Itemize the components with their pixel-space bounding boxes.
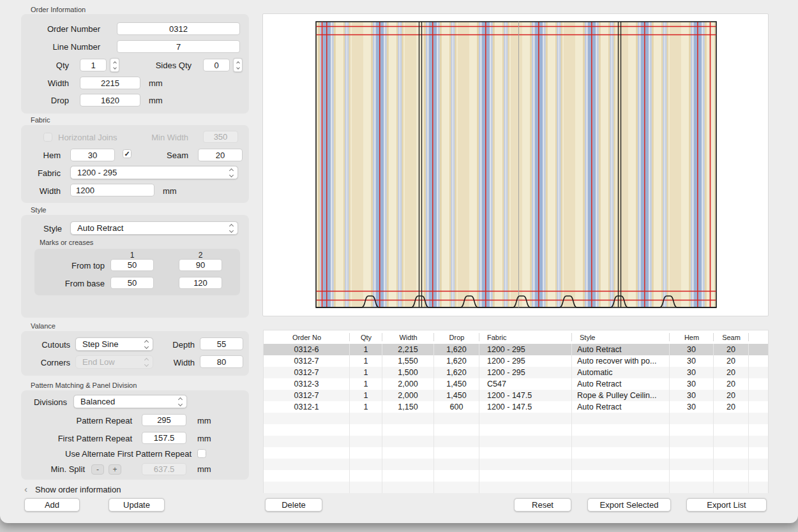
fabric-select-value: 1200 - 295 (71, 168, 226, 177)
first-pattern-repeat-unit: mm (197, 434, 211, 444)
hem-checkbox[interactable]: ✓ (123, 149, 132, 158)
table-cell (749, 424, 768, 436)
depth-field[interactable] (200, 337, 243, 350)
table-row[interactable]: 0312-711,5501,6201200 - 295Auto recover … (264, 355, 768, 367)
table-row[interactable] (264, 436, 768, 447)
table-cell: 1,620 (434, 344, 479, 355)
order-number-field[interactable] (117, 22, 240, 35)
table-cell: 2,215 (382, 344, 434, 355)
style-select[interactable]: Auto Retract (70, 221, 238, 235)
table-cell (572, 482, 670, 493)
table-row[interactable] (264, 424, 768, 436)
delete-button[interactable]: Delete (265, 498, 322, 512)
column-header[interactable]: Order No (264, 330, 350, 344)
column-header[interactable]: Seam (714, 330, 749, 344)
table-cell (714, 470, 749, 482)
table-cell (479, 424, 572, 436)
export-selected-button[interactable]: Export Selected (587, 498, 671, 512)
table-row[interactable] (264, 413, 768, 424)
fabric-label: Fabric (26, 168, 61, 179)
line-number-field[interactable] (117, 40, 240, 53)
width-field[interactable] (80, 77, 140, 89)
column-header[interactable]: Fabric (479, 330, 572, 344)
table-cell (749, 401, 768, 413)
table-row[interactable] (264, 482, 768, 493)
table-cell: 1200 - 295 (479, 367, 572, 378)
table-cell (350, 424, 382, 436)
table-cell: 30 (670, 401, 714, 413)
from-top-2-field[interactable] (179, 259, 222, 271)
table-row[interactable] (264, 470, 768, 482)
fabric-preview (315, 21, 717, 309)
table-cell: 1,450 (434, 390, 479, 401)
qty-field[interactable] (80, 59, 107, 71)
table-cell (572, 470, 670, 482)
first-pattern-repeat-field[interactable] (142, 432, 186, 444)
table-row[interactable]: 0312-312,0001,450C547Auto Retract3020 (264, 378, 768, 390)
min-split-unit: mm (197, 464, 211, 475)
table-row[interactable]: 0312-712,0001,4501200 - 147.5Rope & Pull… (264, 390, 768, 401)
table-cell (350, 459, 382, 470)
column-header[interactable]: Width (382, 330, 434, 344)
from-top-1-field[interactable] (110, 259, 154, 271)
column-header[interactable]: Drop (434, 330, 479, 344)
corners-select-value: End Low (76, 357, 141, 367)
chevron-up-icon (236, 61, 240, 65)
seam-field[interactable] (198, 149, 243, 161)
table-cell: 1,620 (434, 355, 479, 367)
sides-qty-stepper[interactable] (233, 58, 243, 72)
table-cell: 1200 - 147.5 (479, 401, 572, 413)
from-base-label: From base (40, 279, 105, 289)
min-split-decrement-button[interactable]: - (91, 464, 104, 475)
column-header[interactable] (749, 330, 768, 344)
show-order-information-link[interactable]: ‹Show order information (24, 484, 121, 494)
table-cell: 20 (714, 390, 749, 401)
table-row[interactable]: 0312-711,5001,6201200 - 295Automatic3020 (264, 367, 768, 378)
qty-stepper[interactable] (110, 58, 119, 72)
table-cell: 0312-6 (264, 344, 350, 355)
column-header[interactable]: Hem (670, 330, 714, 344)
column-header[interactable]: Qty (350, 330, 382, 344)
pattern-repeat-label: Pattern Repeat (26, 416, 132, 426)
table-cell (382, 424, 434, 436)
table-cell (264, 436, 350, 447)
column-header[interactable]: Style (572, 330, 670, 344)
cutouts-select[interactable]: Step Sine (75, 337, 153, 351)
table-row[interactable] (264, 459, 768, 470)
table-cell: 20 (714, 378, 749, 390)
use-alternate-checkbox[interactable] (197, 449, 206, 458)
valance-group: Cutouts Step Sine Depth Corners End Low … (21, 331, 249, 376)
fabric-width-field[interactable] (70, 184, 154, 196)
divisions-select[interactable]: Balanced (73, 395, 187, 408)
table-cell (714, 413, 749, 424)
table-row[interactable]: 0312-612,2151,6201200 - 295Auto Retract3… (264, 344, 768, 355)
order-number-label: Order Number (26, 24, 100, 34)
drop-field[interactable] (80, 94, 140, 107)
table-cell (382, 470, 434, 482)
order-table: Order NoQtyWidthDropFabricStyleHemSeam 0… (263, 330, 769, 493)
style-section-title: Style (31, 206, 46, 214)
pattern-repeat-field[interactable] (142, 414, 186, 426)
from-base-1-field[interactable] (110, 277, 154, 289)
table-cell (670, 447, 714, 459)
horizontal-joins-checkbox[interactable] (43, 133, 52, 142)
add-button[interactable]: Add (24, 498, 80, 512)
table-cell: 20 (714, 344, 749, 355)
pattern-section-title: Pattern Matching & Panel Division (31, 381, 137, 389)
export-list-button[interactable]: Export List (686, 498, 767, 512)
sides-qty-field[interactable] (203, 59, 230, 71)
valance-width-field[interactable] (200, 355, 243, 368)
table-cell (670, 413, 714, 424)
update-button[interactable]: Update (109, 498, 165, 512)
from-base-2-field[interactable] (179, 277, 222, 289)
table-cell (714, 436, 749, 447)
hem-label: Hem (26, 151, 61, 161)
table-cell (749, 459, 768, 470)
hem-field[interactable] (70, 149, 115, 161)
fabric-select[interactable]: 1200 - 295 (70, 166, 238, 179)
table-cell (572, 459, 670, 470)
table-row[interactable] (264, 447, 768, 459)
min-split-increment-button[interactable]: + (109, 464, 121, 475)
reset-button[interactable]: Reset (514, 498, 571, 512)
table-row[interactable]: 0312-111,1506001200 - 147.5Auto Retract3… (264, 401, 768, 413)
